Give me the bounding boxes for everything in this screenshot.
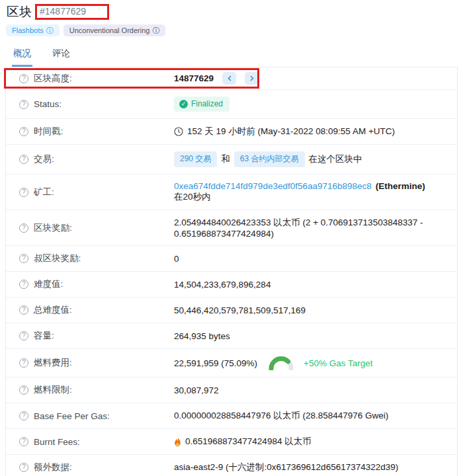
flashbots-badge[interactable]: Flashbots ⓘ xyxy=(6,24,60,36)
row-uncle-reward: ? 叔区块奖励: 0 xyxy=(6,246,457,272)
row-label-text: 燃料费用: xyxy=(34,357,72,369)
size-value: 264,935 bytes xyxy=(174,331,230,341)
gas-used-value: 22,591,959 (75.09%) xyxy=(174,358,257,368)
row-status: ? Status: ✓ Finalized xyxy=(6,90,457,119)
row-label-text: 叔区块奖励: xyxy=(34,253,81,264)
row-label-text: 矿工: xyxy=(34,186,54,198)
row-label-text: 难度值: xyxy=(34,278,63,290)
block-number: #14877629 xyxy=(40,6,86,17)
prev-block-button[interactable] xyxy=(222,72,236,85)
help-icon[interactable]: ? xyxy=(19,385,28,395)
chevron-left-icon xyxy=(228,75,232,81)
row-base-fee: ? Base Fee Per Gas: 0.000000028858447976… xyxy=(6,403,457,429)
row-miner: ? 矿工: 0xea674fdde714fd979de3edf0f56aa971… xyxy=(6,175,457,210)
annotation-box-block-number: #14877629 xyxy=(35,4,109,20)
row-block-reward: ? 区块奖励: 2.054944840026423353 以太币 (2 + 0.… xyxy=(6,210,457,246)
flame-icon xyxy=(174,437,181,447)
tx-conjunction: 和 xyxy=(221,153,230,165)
flashbots-badge-label: Flashbots xyxy=(12,26,44,34)
row-label-text: 额外数据: xyxy=(34,461,72,473)
help-icon[interactable]: ? xyxy=(19,223,28,233)
row-timestamp: ? 时间戳: 152 天 19 小时前 (May-31-2022 08:09:5… xyxy=(6,119,457,145)
row-label-text: Base Fee Per Gas: xyxy=(34,411,110,421)
help-icon[interactable]: ? xyxy=(19,331,28,340)
row-label-text: 交易: xyxy=(34,153,54,165)
row-transactions: ? 交易: 290 交易 和 63 合约内部交易 在这个区块中 xyxy=(6,145,457,175)
status-badge-label: Finalized xyxy=(191,99,223,108)
row-label-text: 区块高度: xyxy=(34,73,72,85)
gas-gauge-fill xyxy=(271,359,291,369)
gas-limit-value: 30,087,972 xyxy=(174,385,219,395)
unconventional-badge-label: Unconventional Ordering xyxy=(69,26,150,34)
chevron-right-icon xyxy=(250,75,254,81)
row-total-difficulty: ? 总难度值: 50,446,420,579,781,509,517,169 xyxy=(6,298,457,323)
block-height-value: 14877629 xyxy=(174,73,214,83)
help-icon[interactable]: ? xyxy=(19,305,28,315)
row-label-text: Burnt Fees: xyxy=(34,437,80,447)
gas-target-label: +50% Gas Target xyxy=(304,358,372,368)
row-label-text: 燃料限制: xyxy=(34,384,72,396)
row-extra-data: ? 额外数据: asia-east2-9 (十六进制:0x617369612d6… xyxy=(6,455,457,476)
tab-comments[interactable]: 评论 xyxy=(51,42,71,67)
page-header: 区块 #14877629 xyxy=(7,4,458,20)
block-reward-value: 2.054944840026423353 以太币 (2 + 0.70691371… xyxy=(174,217,444,239)
row-label-text: 时间戳: xyxy=(34,126,63,138)
row-gas-used: ? 燃料费用: 22,591,959 (75.09%) +50% Gas Tar… xyxy=(6,349,457,377)
row-label-text: Status: xyxy=(34,99,62,109)
internal-tx-badge[interactable]: 63 合约内部交易 xyxy=(234,151,305,167)
next-block-button[interactable] xyxy=(245,72,259,85)
help-icon[interactable]: ? xyxy=(19,155,28,164)
burnt-fees-value: 0.651968873477424984 以太币 xyxy=(185,436,312,448)
page-title: 区块 xyxy=(7,4,32,20)
status-badge: ✓ Finalized xyxy=(174,97,230,112)
help-icon[interactable]: ? xyxy=(19,280,28,289)
miner-name: (Ethermine) xyxy=(376,181,425,191)
tx-count-badge[interactable]: 290 交易 xyxy=(174,151,217,167)
help-icon[interactable]: ? xyxy=(19,411,28,420)
total-difficulty-value: 50,446,420,579,781,509,517,169 xyxy=(174,305,306,315)
extra-data-value: asia-east2-9 (十六进制:0x617369612d656173743… xyxy=(174,461,398,473)
help-icon[interactable]: ? xyxy=(19,188,28,197)
row-size: ? 容量: 264,935 bytes xyxy=(6,323,457,349)
row-difficulty: ? 难度值: 14,504,233,679,896,284 xyxy=(6,272,457,298)
tab-overview[interactable]: 概况 xyxy=(12,42,32,67)
uncle-reward-value: 0 xyxy=(174,254,179,264)
clock-icon xyxy=(174,127,183,136)
help-icon[interactable]: ? xyxy=(19,437,28,446)
row-gas-limit: ? 燃料限制: 30,087,972 xyxy=(6,377,457,403)
unconventional-ordering-badge[interactable]: Unconventional Ordering ⓘ xyxy=(63,24,166,36)
row-label-text: 总难度值: xyxy=(34,304,72,316)
check-icon: ✓ xyxy=(179,100,188,108)
help-icon[interactable]: ? xyxy=(19,127,28,136)
miner-address-link[interactable]: 0xea674fdde714fd979de3edf0f56aa9716b898e… xyxy=(174,181,372,191)
base-fee-value: 0.000000028858447976 以太币 (28.858447976 G… xyxy=(174,410,388,422)
block-overview-card: ? 区块高度: 14877629 ? Status: ✓ xyxy=(5,67,458,476)
row-block-height: ? 区块高度: 14877629 xyxy=(6,67,457,90)
tx-suffix: 在这个区块中 xyxy=(309,153,362,165)
info-icon[interactable]: ⓘ xyxy=(46,27,54,34)
help-icon[interactable]: ? xyxy=(19,74,28,83)
badges-row: Flashbots ⓘ Unconventional Ordering ⓘ xyxy=(6,24,458,36)
info-icon[interactable]: ⓘ xyxy=(152,27,159,34)
tabbar: 概况 评论 xyxy=(5,42,458,67)
gas-gauge xyxy=(268,356,294,370)
timestamp-value: 152 天 19 小时前 (May-31-2022 08:09:55 AM +U… xyxy=(187,126,395,138)
help-icon[interactable]: ? xyxy=(19,254,28,263)
difficulty-value: 14,504,233,679,896,284 xyxy=(174,280,271,290)
row-label-text: 区块奖励: xyxy=(34,222,72,234)
block-details-page: 区块 #14877629 Flashbots ⓘ Unconventional … xyxy=(0,0,463,476)
miner-duration: 在20秒内 xyxy=(174,191,211,203)
row-label-text: 容量: xyxy=(34,330,54,342)
help-icon[interactable]: ? xyxy=(19,358,28,368)
help-icon[interactable]: ? xyxy=(19,463,28,472)
help-icon[interactable]: ? xyxy=(19,100,28,109)
row-burnt-fees: ? Burnt Fees: 0.651968873477424984 以太币 xyxy=(6,429,457,455)
